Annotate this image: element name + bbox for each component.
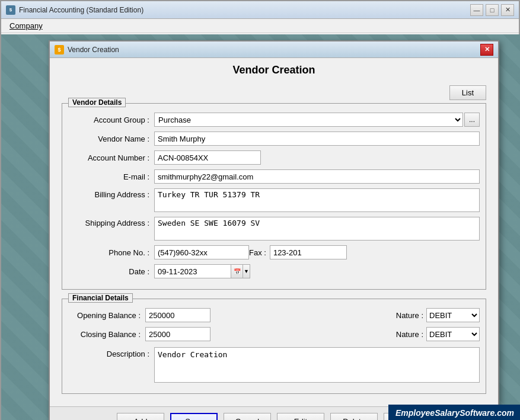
vendor-details-label: Vendor Details: [68, 98, 126, 107]
vendor-name-row: Vendor Name :: [68, 132, 480, 146]
dialog-icon: $: [55, 45, 64, 54]
vendor-creation-dialog: $ Vendor Creation ✕ Vendor Creation List…: [49, 40, 499, 420]
calendar-button[interactable]: 📅: [231, 264, 243, 278]
dialog-title-bar: $ Vendor Creation ✕: [50, 41, 498, 58]
description-row: Description : Vendor Creation: [68, 347, 480, 383]
account-number-row: Account Number :: [68, 150, 480, 165]
maximize-button[interactable]: □: [486, 4, 499, 16]
add-label-rest: dd: [139, 417, 147, 420]
outer-window: $ Financial Accounting (Standard Edition…: [0, 0, 520, 420]
date-dropdown-arrow[interactable]: ▼: [243, 264, 250, 278]
background-area: $ Vendor Creation ✕ Vendor Creation List…: [1, 34, 520, 420]
opening-balance-left: Opening Balance :: [68, 308, 387, 322]
description-input[interactable]: Vendor Creation: [154, 347, 480, 383]
date-label: Date :: [68, 267, 154, 276]
cancel-button[interactable]: Cancel: [224, 413, 271, 421]
billing-address-row: Billing Address : Turkey TR TUR 51379 TR: [68, 188, 480, 212]
billing-address-input[interactable]: Turkey TR TUR 51379 TR: [154, 188, 480, 212]
opening-nature-select[interactable]: DEBIT CREDIT: [426, 308, 480, 322]
financial-details-section: Financial Details Opening Balance : Natu…: [62, 299, 486, 394]
list-button[interactable]: List: [449, 85, 486, 100]
shipping-address-label: Shipping Address :: [68, 217, 154, 227]
fax-input[interactable]: [270, 245, 347, 259]
date-input-wrap: 📅 ▼: [154, 264, 250, 278]
phone-label: Phone No. :: [68, 248, 154, 257]
financial-details-label: Financial Details: [68, 293, 133, 303]
dialog-close-button[interactable]: ✕: [480, 44, 493, 56]
menu-item-company[interactable]: Company: [4, 20, 49, 31]
email-label: E-mail :: [68, 172, 154, 181]
save-button[interactable]: Save: [170, 413, 218, 421]
outer-window-title: Financial Accounting (Standard Edition): [19, 6, 470, 14]
account-group-row: Account Group : Purchase ...: [68, 113, 480, 127]
closing-nature-group: Nature : DEBIT CREDIT: [393, 327, 480, 341]
dialog-title: Vendor Creation: [68, 46, 480, 54]
closing-balance-input[interactable]: [145, 327, 210, 341]
fax-group: Fax :: [249, 245, 347, 259]
edit-button[interactable]: Edit: [277, 413, 324, 421]
opening-balance-input[interactable]: [145, 308, 210, 322]
add-button[interactable]: Add: [117, 413, 164, 421]
date-row: Date : 📅 ▼: [68, 264, 480, 278]
phone-input[interactable]: [154, 245, 249, 259]
opening-balance-label: Opening Balance :: [68, 311, 145, 320]
edit-label: Edit: [294, 417, 307, 420]
close-button[interactable]: ✕: [501, 4, 514, 16]
outer-title-bar: $ Financial Accounting (Standard Edition…: [1, 1, 519, 19]
fax-label: Fax :: [249, 248, 266, 257]
delete-label: Delete: [343, 417, 365, 420]
billing-address-label: Billing Address :: [68, 188, 154, 199]
email-input[interactable]: [154, 169, 480, 184]
save-underline: S: [185, 417, 190, 420]
vendor-details-section: Vendor Details Account Group : Purchase …: [62, 103, 486, 290]
window-controls: — □ ✕: [470, 4, 514, 16]
account-number-input[interactable]: [154, 150, 261, 165]
account-group-select[interactable]: Purchase: [154, 113, 463, 127]
vendor-name-input[interactable]: [154, 132, 480, 146]
save-label-rest: ave: [190, 417, 203, 420]
opening-nature-label: Nature :: [393, 311, 426, 320]
opening-balance-row: Opening Balance : Nature : DEBIT CREDIT: [68, 308, 480, 322]
closing-balance-label: Closing Balance :: [68, 330, 145, 339]
account-number-label: Account Number :: [68, 153, 154, 162]
account-group-dots-button[interactable]: ...: [464, 113, 480, 127]
account-group-label: Account Group :: [68, 116, 154, 124]
vendor-name-label: Vendor Name :: [68, 134, 154, 143]
menu-bar: Company: [1, 19, 519, 33]
dialog-content: Vendor Creation List Vendor Details Acco…: [50, 58, 498, 420]
closing-balance-left: Closing Balance :: [68, 327, 387, 341]
minimize-button[interactable]: —: [470, 4, 483, 16]
opening-nature-group: Nature : DEBIT CREDIT: [393, 308, 480, 322]
delete-button[interactable]: Delete: [330, 413, 378, 421]
date-input[interactable]: [154, 264, 231, 278]
email-row: E-mail :: [68, 169, 480, 184]
cancel-underline: C: [235, 417, 241, 420]
description-label: Description :: [68, 347, 154, 358]
shipping-address-row: Shipping Address : Sweden SE SWE 16079 S…: [68, 217, 480, 241]
shipping-address-input[interactable]: Sweden SE SWE 16079 SV: [154, 217, 480, 241]
account-group-select-wrapper: Purchase ...: [154, 113, 480, 127]
cancel-label-rest: ancel: [241, 417, 259, 420]
app-icon: $: [6, 5, 15, 15]
form-title: Vendor Creation: [62, 64, 486, 76]
add-underline: A: [133, 417, 139, 420]
closing-balance-row: Closing Balance : Nature : DEBIT CREDIT: [68, 327, 480, 341]
phone-fax-row: Phone No. : Fax :: [68, 245, 480, 259]
closing-nature-select[interactable]: DEBIT CREDIT: [426, 327, 480, 341]
footer-watermark: EmployeeSalarySoftware.com: [388, 405, 520, 420]
closing-nature-label: Nature :: [393, 330, 426, 339]
